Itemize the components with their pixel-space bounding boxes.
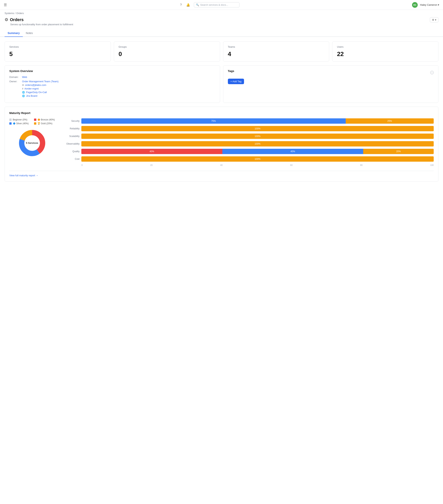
bar-scalability: Scalability 100% <box>62 134 434 139</box>
bar-reliability-label: Reliability <box>62 127 79 130</box>
topnav: ☰ ? 🔔 🔍 Search services & docs... HC Hal… <box>0 0 443 10</box>
bar-chart: Security 75% 25% Reliability 100% Scalab… <box>62 118 434 166</box>
legend-beginner: Beginner (0%) <box>9 118 30 121</box>
stats-row: Services 5 Groups 0 Teams 4 Users 22 <box>4 41 439 62</box>
system-overview-title: System Overview <box>9 69 215 72</box>
stat-groups-label: Groups <box>119 45 215 48</box>
globe-icon-2: 🌐 <box>22 95 25 97</box>
bar-security: Security 75% 25% <box>62 118 434 124</box>
domain-row: Domain: Web <box>9 76 215 78</box>
link-pagerduty[interactable]: 🌐 PagerDuty On-Call <box>22 91 58 94</box>
owner-row: Owner: Order Management Team (Team) ✉ or… <box>9 80 215 97</box>
bar-reliability: Reliability 100% <box>62 126 434 131</box>
search-bar[interactable]: 🔍 Search services & docs... <box>194 2 240 7</box>
legend-silver: 🔷 Silver (40%) <box>9 122 30 125</box>
bar-observability: Observability 100% <box>62 141 434 146</box>
bar-security-label: Security <box>62 120 79 122</box>
bar-security-orange: 25% <box>346 118 434 124</box>
legend-dot-gold <box>34 122 36 125</box>
bar-quality: Quality 40% 40% 20% <box>62 149 434 154</box>
bar-cost-track: 100% <box>81 156 434 162</box>
stat-users-value: 22 <box>337 51 434 57</box>
pagerduty-link[interactable]: PagerDuty On-Call <box>26 91 47 94</box>
bar-cost: Cost 100% <box>62 156 434 162</box>
email-link[interactable]: orders@jklabs.com <box>25 84 46 87</box>
x-60: 60 <box>290 164 293 166</box>
add-tag-button[interactable]: + Add Tag <box>228 79 244 84</box>
stat-users: Users 22 <box>332 41 439 62</box>
legend-label-gold: 🏆 Gold (20%) <box>37 122 53 125</box>
x-0: 0 <box>81 164 82 166</box>
bar-cost-orange: 100% <box>81 156 434 162</box>
donut-chart: 5 Services <box>17 128 47 158</box>
bar-scalability-label: Scalability <box>62 135 79 138</box>
legend-label-bronze: 🔶 Bronze (40%) <box>37 118 55 121</box>
main-content: Services 5 Groups 0 Teams 4 Users 22 Sys… <box>0 37 443 190</box>
x-40: 40 <box>220 164 222 166</box>
bar-security-track: 75% 25% <box>81 118 434 124</box>
globe-icon-1: 🌐 <box>22 91 25 94</box>
maturity-title: Maturity Report <box>9 111 434 115</box>
breadcrumb-parent[interactable]: Systems <box>4 12 14 15</box>
user-name[interactable]: Haley Cameron ▾ <box>420 3 439 6</box>
bar-quality-orange: 20% <box>363 149 434 154</box>
domain-value[interactable]: Web <box>22 76 27 78</box>
legend-dot-silver <box>9 122 12 125</box>
x-80: 80 <box>360 164 362 166</box>
settings-button[interactable]: ⚙ ▾ <box>430 17 439 22</box>
bar-quality-blue: 40% <box>222 149 363 154</box>
settings-icon: ⚙ <box>432 18 434 21</box>
legend-dot-bronze <box>34 119 36 121</box>
tags-card: Tags i + Add Tag <box>223 65 439 103</box>
page-title: Orders <box>10 17 24 22</box>
maturity-body: Beginner (0%) 🔶 Bronze (40%) 🔷 Silver (4… <box>9 118 434 166</box>
slack-link[interactable]: #order-mgmt <box>24 87 38 90</box>
avatar[interactable]: HC <box>412 2 418 8</box>
stat-users-label: Users <box>337 45 434 48</box>
legend-label-beginner: Beginner (0%) <box>13 118 27 121</box>
tags-info-icon[interactable]: i <box>430 71 434 74</box>
link-slack[interactable]: # #order-mgmt <box>22 87 58 90</box>
bar-security-blue: 75% <box>81 118 346 124</box>
tags-title: Tags <box>228 69 234 72</box>
owner-value[interactable]: Order Management Team (Team) <box>22 80 58 83</box>
menu-icon[interactable]: ☰ <box>4 3 7 7</box>
jira-link[interactable]: Jira Board <box>26 94 37 97</box>
help-icon[interactable]: ? <box>179 2 183 7</box>
bar-observability-orange: 100% <box>81 141 434 146</box>
stat-teams: Teams 4 <box>223 41 329 62</box>
breadcrumb-separator: / <box>15 12 16 15</box>
bar-quality-track: 40% 40% 20% <box>81 149 434 154</box>
bell-icon[interactable]: 🔔 <box>185 2 191 7</box>
tab-notes[interactable]: Notes <box>23 30 36 37</box>
legend-dot-beginner <box>9 119 12 121</box>
bar-reliability-orange: 100% <box>81 126 434 131</box>
system-overview-card: System Overview Domain: Web Owner: Order… <box>4 65 220 103</box>
search-placeholder: Search services & docs... <box>200 3 228 6</box>
x-100: 100 <box>430 164 434 166</box>
tags-header: Tags i <box>228 69 434 76</box>
bar-observability-track: 100% <box>81 141 434 146</box>
search-icon: 🔍 <box>196 3 199 6</box>
owner-sub-links: ✉ orders@jklabs.com # #order-mgmt 🌐 Page… <box>22 84 58 97</box>
legend-gold: 🏆 Gold (20%) <box>34 122 55 125</box>
middle-row: System Overview Domain: Web Owner: Order… <box>4 65 439 103</box>
bar-quality-red: 40% <box>81 149 222 154</box>
x-axis: 0 20 40 60 80 100 <box>81 164 434 166</box>
breadcrumb: Systems / Orders <box>0 10 443 17</box>
stat-teams-value: 4 <box>228 51 325 57</box>
email-icon: ✉ <box>22 84 24 87</box>
bar-cost-label: Cost <box>62 158 79 160</box>
hash-icon: # <box>22 87 23 90</box>
tab-summary[interactable]: Summary <box>4 30 23 37</box>
link-jira[interactable]: 🌐 Jira Board <box>22 94 58 97</box>
settings-dropdown-icon: ▾ <box>435 18 436 21</box>
stat-services: Services 5 <box>4 41 111 62</box>
chart-left: Beginner (0%) 🔶 Bronze (40%) 🔷 Silver (4… <box>9 118 55 158</box>
domain-label: Domain: <box>9 76 20 78</box>
link-email[interactable]: ✉ orders@jklabs.com <box>22 84 58 87</box>
maturity-card: Maturity Report Beginner (0%) 🔶 Bronze (… <box>4 107 439 182</box>
bar-reliability-track: 100% <box>81 126 434 131</box>
view-full-report-link[interactable]: View full maturity report → <box>9 174 434 177</box>
bar-scalability-track: 100% <box>81 134 434 139</box>
